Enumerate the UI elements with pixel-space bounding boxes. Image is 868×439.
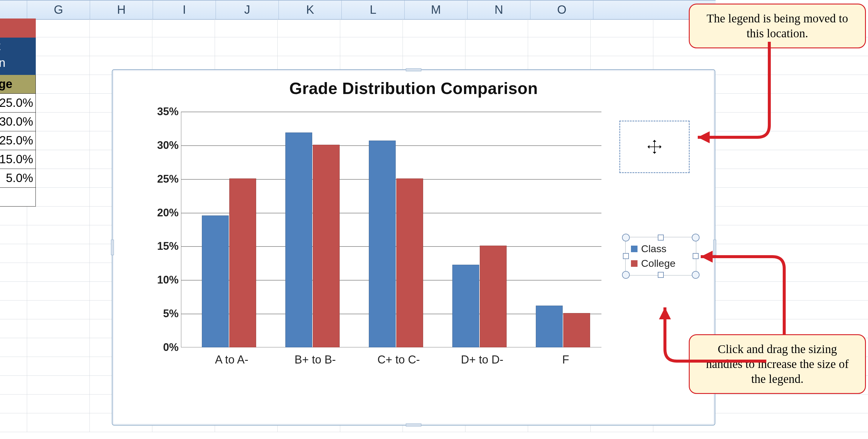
y-tick-label: 10% <box>146 274 179 286</box>
y-tick-label: 30% <box>146 139 179 152</box>
move-cursor-icon <box>648 140 661 154</box>
col-header[interactable]: J <box>216 1 279 19</box>
cell-value[interactable]: 15.0% <box>0 150 36 169</box>
bar-class[interactable] <box>285 133 312 347</box>
arrow-to-legend-bottom <box>635 287 778 367</box>
cell-value[interactable]: 25.0% <box>0 94 36 113</box>
y-tick-label: 35% <box>146 105 179 118</box>
x-tick-label: B+ to B- <box>276 353 354 366</box>
col-header[interactable]: O <box>530 1 593 19</box>
bar-college[interactable] <box>396 178 423 347</box>
svg-marker-2 <box>659 308 671 319</box>
col-header[interactable]: N <box>468 1 530 19</box>
bar-class[interactable] <box>536 305 563 347</box>
y-tick-label: 5% <box>146 308 179 320</box>
legend-handle-nw[interactable] <box>622 234 630 241</box>
y-tick-label: 0% <box>146 341 179 354</box>
legend-handle-s[interactable] <box>658 272 664 278</box>
x-tick-label: A to A- <box>193 353 271 366</box>
cell-value[interactable]: 30.0% <box>0 113 36 131</box>
arrow-to-drop-target <box>680 39 784 164</box>
svg-marker-0 <box>698 131 710 143</box>
bar-college[interactable] <box>313 145 340 347</box>
col-header[interactable]: M <box>405 1 468 19</box>
column-headers: F G H I J K L M N O <box>0 0 716 20</box>
legend-handle-w[interactable] <box>623 253 629 259</box>
cell-value[interactable]: 5.0% <box>0 169 36 188</box>
plot-area[interactable]: A to A-B+ to B-C+ to C-D+ to D-F 0%5%10%… <box>145 112 601 371</box>
col-header[interactable]: F <box>0 1 27 19</box>
col-header[interactable]: K <box>279 1 342 19</box>
legend-handle-sw[interactable] <box>622 271 630 279</box>
cell-header-fragment: ton <box>0 38 36 75</box>
legend-handle-n[interactable] <box>658 235 664 240</box>
y-tick-label: 25% <box>146 173 179 185</box>
x-tick-label: F <box>527 353 604 366</box>
bar-college[interactable] <box>563 313 590 347</box>
bar-class[interactable] <box>369 141 396 347</box>
bars-container <box>181 112 601 347</box>
bar-class[interactable] <box>452 265 479 347</box>
svg-marker-1 <box>701 251 713 263</box>
legend-label: College <box>641 256 675 271</box>
bar-class[interactable] <box>202 215 229 347</box>
col-header[interactable]: H <box>90 1 153 19</box>
embedded-chart[interactable]: Grade Distribution Comparison A to A-B+ … <box>112 69 715 426</box>
y-tick-label: 20% <box>146 206 179 219</box>
partial-data-cells: ton llege 25.0% 30.0% 25.0% 15.0% 5.0% <box>0 19 36 206</box>
cell-color-swatch <box>0 19 36 38</box>
x-tick-label: D+ to D- <box>443 353 521 366</box>
x-tick-label: C+ to C- <box>360 353 437 366</box>
col-header[interactable]: I <box>153 1 216 19</box>
bar-college[interactable] <box>480 245 506 347</box>
cell-subheader-fragment: llege <box>0 75 36 94</box>
legend-swatch-icon <box>631 260 638 267</box>
col-header[interactable]: G <box>27 1 90 19</box>
legend-handle-ne[interactable] <box>692 234 700 241</box>
y-tick-label: 15% <box>146 240 179 253</box>
legend-label: Class <box>641 241 666 256</box>
x-axis-labels: A to A-B+ to B-C+ to C-D+ to D-F <box>181 350 601 371</box>
legend-swatch-icon <box>631 245 638 252</box>
chart-title[interactable]: Grade Distribution Comparison <box>113 79 715 98</box>
bar-college[interactable] <box>229 178 256 347</box>
col-header[interactable]: L <box>342 1 405 19</box>
legend-drop-target[interactable] <box>619 121 690 173</box>
cell-empty[interactable] <box>0 188 36 206</box>
cell-value[interactable]: 25.0% <box>0 131 36 150</box>
